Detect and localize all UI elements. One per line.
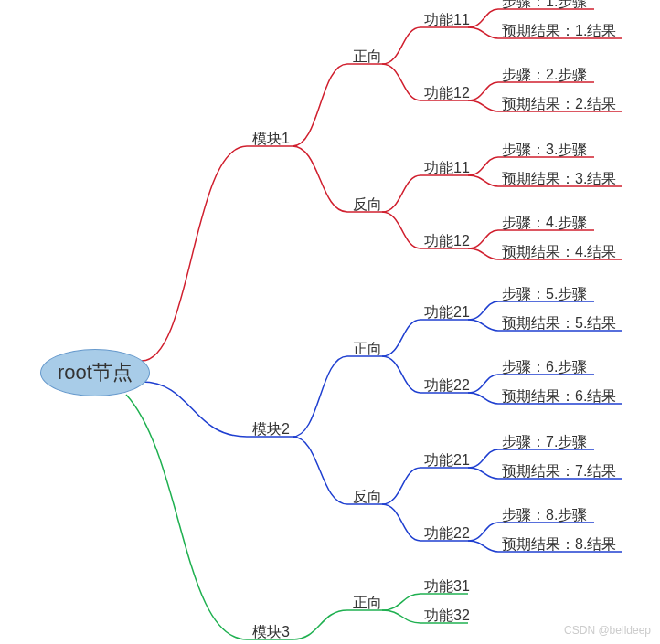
step-node[interactable]: 步骤：6.步骤: [498, 356, 591, 379]
function-node[interactable]: 功能11: [420, 9, 474, 32]
expected-node[interactable]: 预期结果：3.结果: [498, 168, 620, 191]
direction-node[interactable]: 正向: [349, 592, 386, 615]
function-node[interactable]: 功能21: [420, 449, 474, 472]
step-node[interactable]: 步骤：2.步骤: [498, 64, 591, 87]
step-node[interactable]: 步骤：8.步骤: [498, 504, 591, 527]
function-node[interactable]: 功能11: [420, 157, 474, 180]
expected-node[interactable]: 预期结果：6.结果: [498, 385, 620, 408]
expected-node[interactable]: 预期结果：4.结果: [498, 241, 620, 264]
function-node[interactable]: 功能22: [420, 375, 474, 397]
step-node[interactable]: 步骤：1.步骤: [498, 0, 591, 14]
expected-node[interactable]: 预期结果：7.结果: [498, 460, 620, 483]
expected-node[interactable]: 预期结果：1.结果: [498, 20, 620, 43]
step-node[interactable]: 步骤：7.步骤: [498, 431, 591, 454]
direction-node[interactable]: 反向: [349, 194, 386, 216]
watermark: CSDN @belldeep: [564, 624, 651, 637]
root-node[interactable]: root节点: [40, 349, 150, 396]
function-node[interactable]: 功能12: [420, 82, 474, 105]
module-node[interactable]: 模块1: [249, 128, 293, 151]
direction-node[interactable]: 正向: [349, 338, 386, 361]
expected-node[interactable]: 预期结果：5.结果: [498, 312, 620, 335]
step-node[interactable]: 步骤：4.步骤: [498, 212, 591, 235]
module-node[interactable]: 模块3: [249, 621, 293, 644]
function-node[interactable]: 功能32: [420, 605, 474, 628]
root-label: root节点: [58, 359, 133, 386]
function-node[interactable]: 功能31: [420, 575, 474, 598]
direction-node[interactable]: 正向: [349, 46, 386, 69]
step-node[interactable]: 步骤：3.步骤: [498, 139, 591, 162]
function-node[interactable]: 功能12: [420, 230, 474, 253]
step-node[interactable]: 步骤：5.步骤: [498, 283, 591, 306]
function-node[interactable]: 功能22: [420, 523, 474, 545]
function-node[interactable]: 功能21: [420, 301, 474, 324]
module-node[interactable]: 模块2: [249, 418, 293, 441]
direction-node[interactable]: 反向: [349, 486, 386, 509]
expected-node[interactable]: 预期结果：2.结果: [498, 93, 620, 116]
expected-node[interactable]: 预期结果：8.结果: [498, 533, 620, 556]
